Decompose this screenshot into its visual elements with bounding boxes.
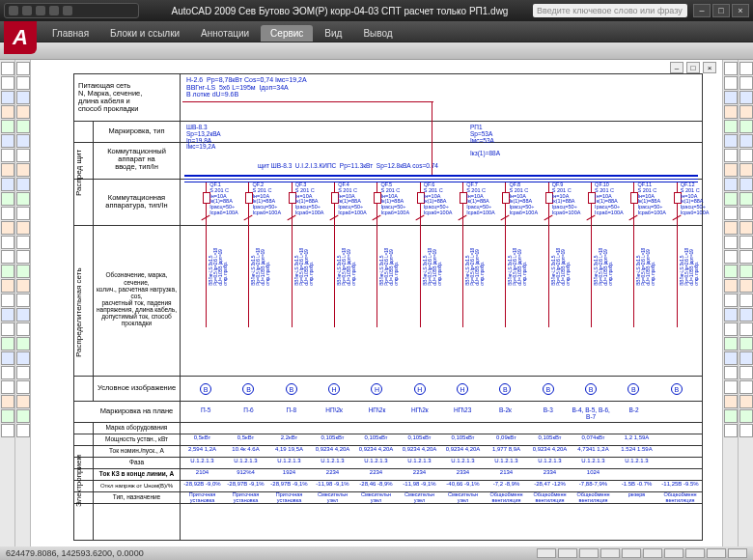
plan-mark: НП\23 — [441, 406, 484, 413]
row-header-stub: Распред щит Распределительная сеть Элект… — [74, 74, 181, 540]
feed-drop — [432, 101, 432, 175]
cable-label: ВВГнг-LS 3х1.5 Pр=0.5 Iр=2.6 L=18 dU=1.0… — [251, 248, 270, 286]
load-symbol: Н — [371, 383, 382, 395]
row-du: Откл напряж от Uном(В)/% — [96, 480, 178, 491]
breaker-line — [677, 182, 678, 327]
breaker-line — [548, 182, 549, 327]
row-phase: Фаза — [96, 457, 178, 468]
row-eq: Марка оборудования — [96, 422, 178, 434]
status-coords: 624479.8086, 142593.6200, 0.0000 — [6, 548, 144, 558]
breaker-line — [420, 182, 421, 327]
tab-home[interactable]: Главная — [42, 25, 98, 42]
breaker-line — [334, 182, 335, 327]
cable-label: ВВГнг-LS 3х1.5 Pр=0.5 Iр=2.6 L=18 dU=1.0… — [594, 248, 613, 286]
tab-tools[interactable]: Сервис — [261, 25, 313, 42]
cable-label: ВВГнг-LS 3х1.5 Pр=0.5 Iр=2.6 L=18 dU=1.0… — [636, 248, 655, 286]
data-row-kz: 2104912%41924223422342234233421342334102… — [181, 469, 702, 475]
doc-close-icon[interactable]: × — [703, 62, 716, 73]
vlabel-load: Электроприем — [74, 422, 94, 540]
incomer-center-text: щит ШВ-8.3 U.I.2.I.3.КИПС Pр=11.3кВт Sр=… — [258, 163, 438, 170]
row-kz: Ток КЗ в конце линии, А — [96, 468, 178, 480]
plan-mark: НП\2к — [313, 406, 355, 413]
data-row-du: -28,92В -9,0%-28,97В -9,1%-28,97В -9,1%-… — [181, 481, 702, 487]
cable-label: ВВГнг-LS 3х1.5 Pр=0.5 Iр=2.6 L=18 dU=1.0… — [423, 248, 442, 286]
plan-mark: В-4, В-5, В-6, В-7 — [570, 406, 612, 420]
breaker-line — [292, 182, 293, 327]
tab-view[interactable]: Вид — [315, 25, 351, 42]
cable-label: ВВГнг-LS 3х1.5 Pр=0.5 Iр=2.6 L=18 dU=1.0… — [680, 248, 699, 286]
row-incomer: Коммутационный аппарат на вводе, тип/Iн — [96, 142, 178, 177]
incomer-left-text: ШВ-8.3 Sр=13,2кВА Iр=19,8А Iмс=19,2А — [186, 125, 221, 151]
data-row-type: Приточная установкаПриточная установкаПр… — [181, 492, 702, 503]
cable-label: ВВГнг-LS 3х1.5 Pр=0.5 Iр=2.6 L=18 dU=1.0… — [337, 248, 356, 286]
row-current: Ток номин./пуск., А — [96, 445, 178, 457]
toolbar-left-1[interactable] — [0, 60, 15, 546]
quick-access-toolbar[interactable] — [4, 3, 139, 18]
row-breakers: Коммутационная аппаратура, тип/Iн — [96, 181, 178, 223]
busbar-top — [184, 175, 698, 177]
help-search-input[interactable]: Введите ключевое слово или фразу — [533, 4, 687, 17]
data-row-power: 0,5кВт0,5кВт2,2кВт0,105кВт0,105кВт0,105к… — [181, 434, 702, 440]
cable-label: ВВГнг-LS 3х1.5 Pр=0.5 Iр=2.6 L=18 dU=1.0… — [465, 248, 485, 286]
feed-line — [182, 101, 433, 102]
plan-mark: В-2 — [612, 406, 655, 413]
breaker-line — [206, 182, 207, 327]
row-type: Тип, назначение — [96, 491, 178, 503]
vlabel-distr: Распределительная сеть — [74, 225, 94, 401]
doc-minimize-icon[interactable]: – — [670, 62, 683, 73]
cable-label: ВВГнг-LS 3х1.5 Pр=0.5 Iр=2.6 L=18 dU=1.0… — [294, 248, 314, 286]
workspace: – □ × Распред щит Распределительная сеть — [0, 60, 753, 546]
load-symbol: В — [628, 383, 639, 395]
row-power: Мощность устан., кВт — [96, 434, 178, 445]
circuits-area: Н-2.6 Pp=8,78кВт Cos=0,74 Iмс=19,2А ВВГн… — [181, 74, 702, 540]
plan-mark: НП\2к — [355, 406, 398, 413]
toolbar-right-2[interactable] — [738, 60, 753, 546]
load-symbol: В — [671, 383, 683, 395]
data-row-current: 2,594 1,2А10.4к 4.6А4,19 19,5А0,9234 4,2… — [181, 446, 702, 452]
breaker-line — [462, 182, 463, 327]
plan-mark: В-3 — [527, 406, 570, 413]
load-symbol: В — [200, 383, 211, 395]
load-symbol: Н — [328, 383, 340, 395]
plan-mark: П-8 — [270, 406, 313, 413]
load-symbol: В — [585, 383, 597, 395]
row-symbol: Условное изображение — [96, 378, 178, 399]
toolbar-right-1[interactable] — [722, 60, 738, 546]
incomer-right-text: РП1 Sр=53А Iмс=53А Iкз(1)=88А — [470, 125, 500, 157]
maximize-button[interactable]: □ — [712, 4, 730, 17]
plan-mark: П-5 — [184, 406, 227, 413]
cable-label: ВВГнг-LS 3х1.5 Pр=0.5 Iр=2.6 L=18 dU=1.0… — [379, 248, 399, 286]
doc-restore-icon[interactable]: □ — [686, 62, 700, 73]
drawing-frame: Распред щит Распределительная сеть Элект… — [73, 73, 703, 541]
window-title: AutoCAD 2009 Сев Бутово ЭОМ(Р) корр-04-0… — [147, 6, 533, 16]
load-symbol: В — [499, 383, 511, 395]
row-feed: Питающая сеть N, Марка, сечение, длина к… — [78, 76, 178, 119]
tab-output[interactable]: Вывод — [353, 25, 402, 42]
load-symbol: В — [543, 383, 554, 395]
cable-label: ВВГнг-LS 3х1.5 Pр=0.5 Iр=2.6 L=18 dU=1.0… — [508, 248, 527, 286]
data-row-phase: U.1.2.1.3U.1.2.1.3U.1.2.1.3U.1.2.1.3U.1.… — [181, 458, 702, 463]
row-marking: Маркировка, тип — [96, 123, 178, 140]
search-placeholder: Введите ключевое слово или фразу — [537, 6, 683, 15]
load-symbol: Н — [414, 383, 426, 395]
status-toggles[interactable] — [537, 548, 747, 558]
minimize-button[interactable]: – — [693, 4, 711, 17]
vlabel-panel: Распред щит — [74, 121, 94, 225]
app-menu-button[interactable]: A — [4, 21, 37, 54]
ribbon-panel — [0, 42, 753, 60]
row-cable: Обозначение, марка, сечение, колич., рас… — [96, 227, 178, 372]
plan-mark: П-6 — [227, 406, 269, 413]
load-symbol: В — [242, 383, 254, 395]
load-symbol: Н — [457, 383, 468, 395]
drawing-canvas[interactable]: – □ × Распред щит Распределительная сеть — [31, 60, 722, 546]
status-bar: 624479.8086, 142593.6200, 0.0000 — [0, 546, 753, 560]
tab-annotate[interactable]: Аннотации — [191, 25, 259, 42]
feed-cable-text: Н-2.6 Pp=8,78кВт Cos=0,74 Iмс=19,2А ВВГн… — [186, 76, 307, 98]
tab-blocks[interactable]: Блоки и ссылки — [100, 25, 189, 42]
plan-mark: В-2к — [484, 406, 526, 413]
cable-label: ВВГнг-LS 3х1.5 Pр=0.5 Iр=2.6 L=18 dU=1.0… — [551, 248, 571, 286]
ribbon-tabs: Главная Блоки и ссылки Аннотации Сервис … — [0, 21, 753, 42]
toolbar-left-2[interactable] — [15, 60, 31, 546]
busbar-mid — [184, 179, 698, 180]
close-button[interactable]: × — [732, 4, 749, 17]
